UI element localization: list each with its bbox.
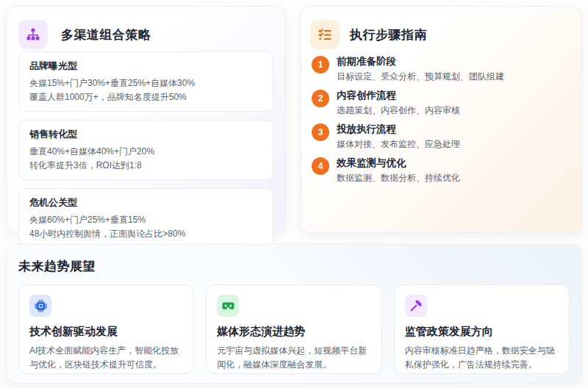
trend-item-technology: 技术创新驱动发展 AI技术全面赋能内容生产，智能化投放与优化，区块链技术提升可信… [18, 284, 194, 374]
step-desc: 选题策划、内容创作、内容审核 [337, 105, 460, 116]
strategy-item-result: 覆盖人群1000万+，品牌知名度提升50% [29, 90, 262, 104]
top-row: 多渠道组合策略 品牌曝光型 央媒15%+门户30%+垂直25%+自媒体30% 覆… [6, 6, 582, 233]
trend-item-regulation: 监管政策发展方向 内容审核标准日趋严格，数据安全与隐私保护强化，广告法规持续完善… [394, 284, 570, 374]
strategy-item-brand: 品牌曝光型 央媒15%+门户30%+垂直25%+自媒体30% 覆盖人群1000万… [18, 51, 273, 112]
strategy-card-title: 多渠道组合策略 [61, 26, 151, 43]
steps-card-header: 执行步骤指南 [310, 20, 571, 49]
step-title: 前期准备阶段 [337, 55, 504, 68]
step-desc: 目标设定、受众分析、预算规划、团队组建 [337, 71, 504, 82]
strategy-item-mix: 央媒60%+门户25%+垂直15% [29, 213, 262, 227]
gavel-icon [405, 295, 427, 317]
vr-headset-icon [217, 295, 239, 317]
steps-card: 执行步骤指南 1 前期准备阶段 目标设定、受众分析、预算规划、团队组建 2 内容… [301, 6, 582, 233]
trend-title: 媒体形态演进趋势 [217, 325, 370, 339]
step-number-badge: 4 [312, 157, 329, 175]
strategy-card-header: 多渠道组合策略 [18, 20, 273, 49]
sitemap-icon [18, 20, 48, 49]
microchip-icon [29, 295, 51, 317]
step-item-1: 1 前期准备阶段 目标设定、受众分析、预算规划、团队组建 [312, 55, 571, 82]
step-desc: 媒体对接、发布监控、应急处理 [337, 139, 460, 150]
strategy-item-title: 品牌曝光型 [29, 60, 262, 73]
strategy-item-title: 危机公关型 [29, 196, 262, 209]
steps-list: 1 前期准备阶段 目标设定、受众分析、预算规划、团队组建 2 内容创作流程 选题… [310, 55, 571, 184]
strategy-item-result: 转化率提升3倍，ROI达到1:8 [29, 159, 262, 173]
steps-card-title: 执行步骤指南 [350, 26, 427, 43]
strategy-item-mix: 央媒15%+门户30%+垂直25%+自媒体30% [29, 76, 262, 90]
trend-title: 监管政策发展方向 [405, 325, 559, 339]
strategy-item-sales: 销售转化型 垂直40%+自媒体40%+门户20% 转化率提升3倍，ROI达到1:… [18, 120, 273, 180]
strategy-item-title: 销售转化型 [29, 128, 262, 141]
trend-desc: 内容审核标准日趋严格，数据安全与隐私保护强化，广告法规持续完善。 [405, 344, 559, 372]
step-item-3: 3 投放执行流程 媒体对接、发布监控、应急处理 [312, 123, 571, 150]
step-number-badge: 3 [312, 123, 329, 141]
trend-item-media-form: 媒体形态演进趋势 元宇宙与虚拟媒体兴起，短视频平台新闻化，融媒体深度融合发展。 [206, 284, 381, 374]
checklist-icon [310, 20, 340, 49]
trends-card: 未来趋势展望 技术创新驱动发展 AI技术全面赋能内容生产，智能化投放与优化，区块… [6, 244, 582, 384]
step-title: 内容创作流程 [337, 89, 460, 102]
strategy-item-crisis: 危机公关型 央媒60%+门户25%+垂直15% 48小时内控制舆情，正面舆论占比… [18, 188, 273, 248]
trends-card-title: 未来趋势展望 [18, 258, 570, 275]
trend-title: 技术创新驱动发展 [29, 325, 183, 339]
step-title: 效果监测与优化 [337, 157, 460, 170]
trend-desc: AI技术全面赋能内容生产，智能化投放与优化，区块链技术提升可信度。 [29, 344, 183, 372]
strategy-item-result: 48小时内控制舆情，正面舆论占比>80% [29, 227, 262, 241]
step-item-2: 2 内容创作流程 选题策划、内容创作、内容审核 [312, 89, 571, 116]
strategy-list: 品牌曝光型 央媒15%+门户30%+垂直25%+自媒体30% 覆盖人群1000万… [18, 51, 273, 248]
step-number-badge: 1 [312, 56, 329, 73]
page: 多渠道组合策略 品牌曝光型 央媒15%+门户30%+垂直25%+自媒体30% 覆… [0, 0, 588, 388]
step-desc: 数据监测、数据分析、持续优化 [337, 173, 460, 184]
step-number-badge: 2 [312, 90, 329, 107]
strategy-item-mix: 垂直40%+自媒体40%+门户20% [29, 145, 262, 159]
step-title: 投放执行流程 [337, 123, 460, 136]
trend-desc: 元宇宙与虚拟媒体兴起，短视频平台新闻化，融媒体深度融合发展。 [217, 344, 370, 372]
trends-grid: 技术创新驱动发展 AI技术全面赋能内容生产，智能化投放与优化，区块链技术提升可信… [18, 284, 570, 374]
strategy-card: 多渠道组合策略 品牌曝光型 央媒15%+门户30%+垂直25%+自媒体30% 覆… [6, 6, 286, 233]
step-item-4: 4 效果监测与优化 数据监测、数据分析、持续优化 [312, 157, 571, 184]
